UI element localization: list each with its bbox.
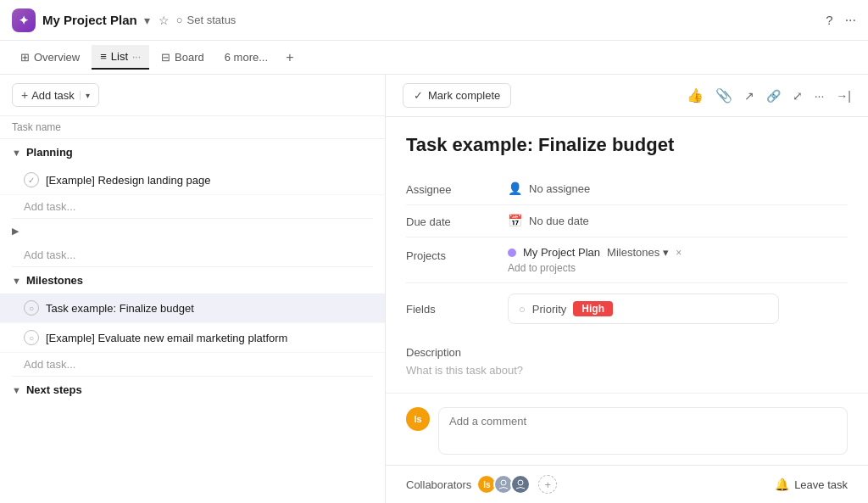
add-task-collapsed[interactable]: Add task... (0, 243, 385, 266)
share-icon[interactable]: ↗ (744, 89, 754, 103)
set-status-button[interactable]: ○ Set status (176, 14, 236, 26)
add-task-button[interactable]: + Add task ▾ (12, 83, 99, 107)
collaborators-label: Collaborators (406, 478, 471, 491)
collapse-milestones-icon[interactable]: ▼ (12, 276, 21, 286)
dropdown-arrow-icon[interactable]: ▾ (80, 91, 90, 100)
task-item[interactable]: ✓ [Example] Redesign landing page (0, 165, 385, 195)
overview-icon: ⊞ (20, 51, 30, 64)
task-check-email-icon[interactable]: ○ (24, 330, 39, 345)
plus-icon: + (21, 88, 28, 102)
section-planning-header[interactable]: ▼ Planning (0, 139, 385, 165)
checkmark-icon: ✓ (414, 89, 423, 102)
task-item-finalize-budget[interactable]: ○ Task example: Finalize budget (0, 293, 385, 323)
task-name-finalize-budget: Task example: Finalize budget (46, 302, 194, 315)
section-milestones-label: Milestones (26, 274, 83, 287)
projects-value: My Project Plan Milestones ▾ × Add to pr… (508, 246, 848, 274)
task-item-email[interactable]: ○ [Example] Evaluate new email marketing… (0, 323, 385, 353)
milestone-badge[interactable]: Milestones ▾ (607, 246, 669, 259)
add-task-milestones[interactable]: Add task... (0, 353, 385, 376)
calendar-icon: 📅 (508, 214, 522, 227)
mark-complete-button[interactable]: ✓ Mark complete (403, 83, 511, 108)
priority-badge: High (573, 301, 613, 316)
collapse-nextsteps-icon[interactable]: ▼ (12, 385, 21, 395)
tab-more[interactable]: 6 more... (216, 46, 276, 69)
remove-project-icon[interactable]: × (676, 247, 682, 259)
more-icon[interactable]: ··· (845, 13, 856, 28)
top-bar-icons: ▾ ☆ (144, 14, 170, 27)
projects-label: Projects (406, 246, 508, 262)
help-icon[interactable]: ? (826, 13, 832, 27)
leave-task-button[interactable]: 🔔 Leave task (775, 478, 848, 491)
task-title: Task example: Finalize budget (406, 134, 848, 156)
task-name-email: [Example] Evaluate new email marketing p… (46, 332, 287, 344)
project-dot (508, 249, 516, 257)
collapse-planning-icon[interactable]: ▼ (12, 148, 21, 158)
tab-list[interactable]: ≡ List ··· (92, 45, 149, 70)
field-assignee: Assignee 👤 No assignee (406, 173, 848, 205)
section-planning-label: Planning (26, 146, 73, 159)
field-fields: Fields ○ Priority High (406, 283, 848, 334)
project-name-value: My Project Plan (523, 246, 600, 259)
task-list: ▼ Planning ✓ [Example] Redesign landing … (0, 139, 385, 503)
list-more-icon[interactable]: ··· (132, 51, 141, 63)
description-section: Description What is this task about? (406, 346, 848, 377)
assignee-value[interactable]: 👤 No assignee (508, 182, 848, 195)
priority-text: Priority (532, 303, 566, 316)
description-label: Description (406, 346, 848, 359)
tab-board[interactable]: ⊟ Board (153, 46, 213, 69)
section-milestones-header[interactable]: ▼ Milestones (0, 267, 385, 293)
task-content: Task example: Finalize budget Assignee 👤… (386, 117, 868, 393)
top-bar-right: ? ··· (826, 13, 856, 28)
task-check-icon[interactable]: ✓ (24, 172, 39, 187)
app-icon: ✦ (12, 8, 36, 32)
add-to-projects-link[interactable]: Add to projects (508, 262, 848, 274)
collaborator-avatar-3[interactable] (510, 474, 531, 495)
project-row: My Project Plan Milestones ▾ × (508, 246, 848, 259)
navigate-icon[interactable]: →| (836, 89, 851, 103)
svg-point-0 (501, 480, 506, 485)
assignee-label: Assignee (406, 182, 508, 196)
star-icon[interactable]: ☆ (159, 14, 170, 27)
add-task-bar: + Add task ▾ (0, 75, 385, 116)
fields-label: Fields (406, 303, 508, 316)
task-name-label: [Example] Redesign landing page (46, 174, 210, 187)
bell-icon: 🔔 (775, 478, 789, 491)
thumbsup-icon[interactable]: 👍 (687, 87, 704, 103)
top-bar-left: ✦ My Project Plan ▾ ☆ ○ Set status (12, 8, 236, 32)
tab-overview[interactable]: ⊞ Overview (12, 46, 88, 69)
due-date-label: Due date (406, 214, 508, 228)
section-collapsed[interactable]: ▶ (0, 219, 385, 243)
comment-row: ls (406, 407, 848, 455)
section-milestones: ▼ Milestones ○ Task example: Finalize bu… (0, 267, 385, 376)
field-projects: Projects My Project Plan Milestones ▾ × … (406, 238, 848, 283)
more-options-icon[interactable]: ··· (815, 89, 825, 103)
section-nextsteps-label: Next steps (26, 383, 82, 396)
link-icon[interactable]: 🔗 (766, 89, 781, 103)
expand-icon[interactable]: ⤢ (793, 89, 803, 103)
priority-icon: ○ (519, 303, 526, 316)
left-panel: + Add task ▾ Task name ▼ Planning ✓ [Exa… (0, 75, 386, 503)
add-tab-button[interactable]: + (280, 48, 300, 68)
description-placeholder[interactable]: What is this task about? (406, 364, 848, 377)
task-toolbar: ✓ Mark complete 👍 📎 ↗ 🔗 ⤢ ··· →| (386, 75, 868, 117)
comment-input[interactable] (438, 407, 848, 455)
add-collaborator-button[interactable]: + (538, 475, 557, 494)
section-nextsteps-header[interactable]: ▼ Next steps (0, 377, 385, 403)
add-task-planning[interactable]: Add task... (0, 195, 385, 218)
comment-section: ls (386, 393, 868, 465)
chevron-down-milestone-icon[interactable]: ▾ (663, 246, 669, 259)
svg-point-1 (518, 480, 523, 485)
priority-field-box[interactable]: ○ Priority High (508, 293, 779, 324)
due-date-value[interactable]: 📅 No due date (508, 214, 848, 227)
attachment-icon[interactable]: 📎 (715, 87, 732, 103)
person-icon: 👤 (508, 182, 522, 195)
nav-tabs: ⊞ Overview ≡ List ··· ⊟ Board 6 more... … (0, 41, 868, 75)
chevron-down-icon[interactable]: ▾ (144, 14, 150, 27)
section-planning: ▼ Planning ✓ [Example] Redesign landing … (0, 139, 385, 218)
collaborators-avatars: ls (476, 474, 531, 495)
project-name: My Project Plan (42, 13, 137, 27)
field-due-date: Due date 📅 No due date (406, 205, 848, 238)
task-check-budget-icon[interactable]: ○ (24, 300, 39, 316)
right-panel: ✓ Mark complete 👍 📎 ↗ 🔗 ⤢ ··· →| Task ex… (386, 75, 868, 503)
collapsed-toggle-icon[interactable]: ▶ (12, 226, 19, 237)
